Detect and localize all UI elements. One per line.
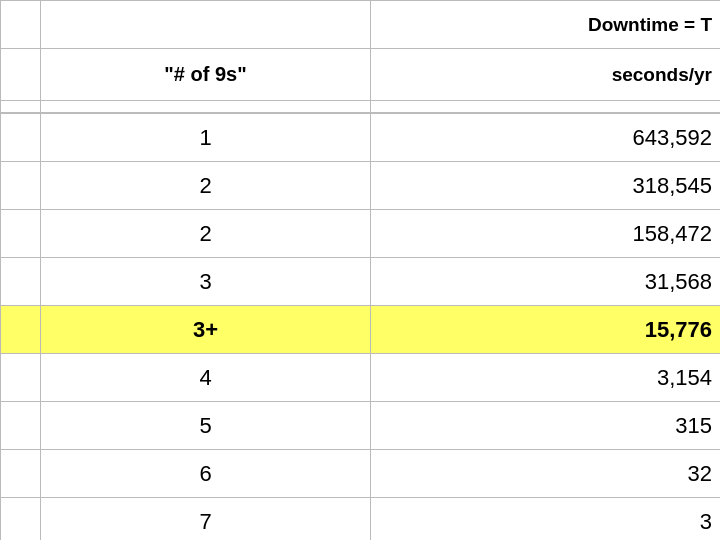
cell-downtime: 318,545 (371, 162, 721, 210)
table-row: 2158,472 (1, 210, 721, 258)
cell-downtime: 158,472 (371, 210, 721, 258)
row-empty (1, 354, 41, 402)
cell-nines: 5 (41, 402, 371, 450)
cell-nines: 7 (41, 498, 371, 541)
table-row: 73 (1, 498, 721, 541)
cell-downtime: 315 (371, 402, 721, 450)
table-row: 1643,592 (1, 114, 721, 162)
row-empty (1, 114, 41, 162)
downtime-header: Downtime = T (371, 1, 721, 49)
row-empty (1, 258, 41, 306)
header-empty-2 (41, 1, 371, 49)
spacer-row-1 (1, 101, 721, 113)
cell-downtime: 31,568 (371, 258, 721, 306)
table-row: 632 (1, 450, 721, 498)
cell-downtime: 3 (371, 498, 721, 541)
main-table-container: Downtime = T "# of 9s" seconds/yr 1643,5… (0, 0, 720, 540)
table-row: 43,154 (1, 354, 721, 402)
table-row: 5315 (1, 402, 721, 450)
table-row: 2318,545 (1, 162, 721, 210)
table-row: 331,568 (1, 258, 721, 306)
cell-downtime: 32 (371, 450, 721, 498)
row-empty (1, 402, 41, 450)
cell-downtime: 643,592 (371, 114, 721, 162)
sub-header-row: "# of 9s" seconds/yr (1, 49, 721, 101)
cell-nines: 2 (41, 162, 371, 210)
data-table: 1643,5922318,5452158,472331,5683+15,7764… (0, 113, 720, 540)
row-empty (1, 162, 41, 210)
header-row-1: Downtime = T (1, 1, 721, 49)
cell-nines: 2 (41, 210, 371, 258)
row-empty (1, 450, 41, 498)
sub-header-empty-1 (1, 49, 41, 101)
header-empty-1 (1, 1, 41, 49)
row-empty (1, 498, 41, 541)
cell-nines: 6 (41, 450, 371, 498)
cell-nines: 3+ (41, 306, 371, 354)
cell-nines: 1 (41, 114, 371, 162)
row-empty (1, 210, 41, 258)
cell-downtime: 3,154 (371, 354, 721, 402)
table-row: 3+15,776 (1, 306, 721, 354)
cell-nines: 3 (41, 258, 371, 306)
availability-table: Downtime = T "# of 9s" seconds/yr (0, 0, 720, 113)
seconds-header: seconds/yr (371, 49, 721, 101)
nines-header: "# of 9s" (41, 49, 371, 101)
cell-nines: 4 (41, 354, 371, 402)
row-empty (1, 306, 41, 354)
cell-downtime: 15,776 (371, 306, 721, 354)
